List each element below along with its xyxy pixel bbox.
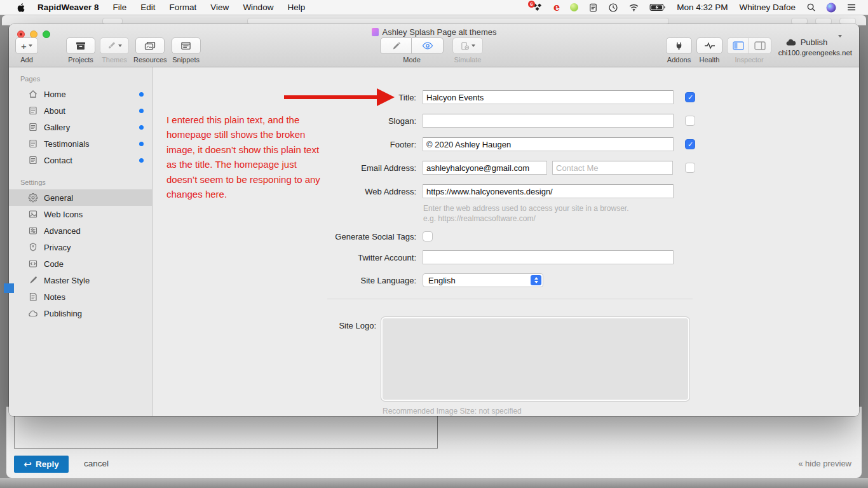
cancel-link[interactable]: cancel xyxy=(84,459,109,468)
general-settings-panel: I entered this plain text, and the homep… xyxy=(153,67,859,416)
time-machine-icon[interactable] xyxy=(603,0,623,15)
edit-mode-button[interactable] xyxy=(380,37,412,54)
addons-button[interactable]: Addons xyxy=(666,37,692,64)
chevron-down-icon xyxy=(471,44,475,47)
projects-button[interactable]: Projects xyxy=(66,37,95,64)
sidebar-item-master-style[interactable]: Master Style xyxy=(9,272,152,288)
addons-label: Addons xyxy=(667,56,691,64)
sidebar-item-label: Code xyxy=(44,259,64,269)
spotlight-search-icon[interactable] xyxy=(801,0,821,15)
apple-menu-icon[interactable] xyxy=(11,0,31,15)
red-e-app-icon[interactable]: e xyxy=(548,0,565,15)
email-checkbox[interactable] xyxy=(685,163,695,173)
site-logo-label: Site Logo: xyxy=(153,321,376,330)
mode-label: Mode xyxy=(403,56,421,64)
menu-help[interactable]: Help xyxy=(280,3,312,12)
publish-host-label: chi100.greengeeks.net xyxy=(778,49,852,57)
inspector-right-panel-button[interactable] xyxy=(749,37,771,54)
inspector-left-panel-button[interactable] xyxy=(727,37,749,54)
pulse-icon xyxy=(704,42,715,50)
resources-button[interactable]: Resources xyxy=(133,37,167,64)
snippets-button[interactable]: Snippets xyxy=(172,37,201,64)
sidebar-item-label: General xyxy=(44,193,73,203)
menu-view[interactable]: View xyxy=(203,3,236,12)
sidebar-item-home[interactable]: Home xyxy=(9,86,152,102)
sidebar-item-code[interactable]: Code xyxy=(9,255,152,272)
health-button[interactable]: Health xyxy=(696,37,722,64)
menu-app-name[interactable]: RapidWeaver 8 xyxy=(31,3,106,12)
sidebar-item-publishing[interactable]: Publishing xyxy=(9,305,152,322)
preview-mode-button[interactable] xyxy=(412,37,444,54)
sidebar-item-privacy[interactable]: Privacy xyxy=(9,239,152,255)
footer-checkbox[interactable] xyxy=(685,139,695,149)
page-icon xyxy=(28,122,38,132)
menu-format[interactable]: Format xyxy=(163,3,204,12)
cloud-icon xyxy=(28,308,38,318)
footer-label: Footer: xyxy=(153,140,416,149)
menu-file[interactable]: File xyxy=(106,3,134,12)
cloud-icon xyxy=(785,38,797,46)
plug-icon xyxy=(674,41,684,51)
title-input[interactable] xyxy=(423,90,674,104)
sidebar-item-gallery[interactable]: Gallery xyxy=(9,119,152,135)
sidebar-item-label: Gallery xyxy=(44,123,70,132)
sidebar-item-general[interactable]: General xyxy=(9,189,152,206)
window-titlebar: Ashley Splash Page alt themes + Add Proj… xyxy=(9,24,859,67)
mode-segmented-control: Mode xyxy=(380,37,444,64)
reply-button[interactable]: ↩ Reply xyxy=(14,456,69,473)
simulate-label: Simulate xyxy=(454,56,482,64)
sidebar-item-notes[interactable]: Notes xyxy=(9,288,152,305)
site-language-select[interactable]: English xyxy=(423,273,543,287)
sidebar-item-label: Home xyxy=(44,90,66,99)
hide-preview-link[interactable]: « hide preview xyxy=(798,459,851,468)
site-language-value: English xyxy=(428,276,456,285)
web-address-help-1: Enter the web address used to access you… xyxy=(423,204,629,213)
simulate-device-icon xyxy=(460,41,470,51)
menu-window[interactable]: Window xyxy=(236,3,280,12)
reply-arrow-icon: ↩ xyxy=(24,459,32,469)
sidebar-item-label: Web Icons xyxy=(44,210,83,219)
slogan-checkbox[interactable] xyxy=(685,116,695,126)
siri-icon[interactable] xyxy=(821,0,841,15)
web-address-input[interactable] xyxy=(423,184,674,198)
notification-center-icon[interactable] xyxy=(841,0,862,15)
select-stepper-icon xyxy=(531,275,541,285)
sidebar-item-web-icons[interactable]: Web Icons xyxy=(9,206,152,222)
plus-icon: + xyxy=(21,41,27,51)
contact-label-input[interactable] xyxy=(552,161,673,175)
password-manager-icon[interactable]: 6 xyxy=(527,0,548,15)
twitter-input[interactable] xyxy=(423,250,674,264)
menu-edit[interactable]: Edit xyxy=(133,3,162,12)
window-shadow-strip xyxy=(0,478,868,488)
sidebar-item-about[interactable]: About xyxy=(9,102,152,119)
wifi-icon[interactable] xyxy=(623,0,644,15)
sidebar-item-advanced[interactable]: Advanced xyxy=(9,222,152,239)
simulate-button[interactable]: Simulate xyxy=(452,37,483,64)
site-logo-image-well[interactable] xyxy=(381,317,689,401)
footer-input[interactable] xyxy=(423,137,674,151)
email-input[interactable] xyxy=(423,161,547,175)
slogan-label: Slogan: xyxy=(153,116,416,126)
battery-icon[interactable] xyxy=(644,0,671,15)
left-panel-icon xyxy=(733,41,744,50)
menu-clock[interactable]: Mon 4:32 PM xyxy=(671,3,733,12)
eye-icon xyxy=(422,42,433,50)
sidebar-item-label: About xyxy=(44,106,65,116)
gear-icon xyxy=(28,193,38,203)
publish-button[interactable]: Publish xyxy=(776,37,837,47)
badge-count: 6 xyxy=(528,1,535,8)
sidebar-item-contact[interactable]: Contact xyxy=(9,152,152,168)
menu-user[interactable]: Whitney Dafoe xyxy=(733,3,801,12)
sidebar-item-testimonials[interactable]: Testimonials xyxy=(9,135,152,152)
clipboard-icon[interactable] xyxy=(583,0,603,15)
photos-stack-icon xyxy=(144,41,156,50)
title-checkbox[interactable] xyxy=(685,92,695,102)
chevron-down-icon xyxy=(118,44,122,47)
social-tags-checkbox[interactable] xyxy=(423,231,433,241)
publish-options-button[interactable] xyxy=(838,37,852,47)
add-button[interactable]: + Add xyxy=(14,37,39,64)
green-status-icon[interactable] xyxy=(565,0,583,15)
themes-button[interactable]: Themes xyxy=(100,37,129,64)
slogan-input[interactable] xyxy=(423,114,674,128)
snippet-icon xyxy=(180,41,191,50)
